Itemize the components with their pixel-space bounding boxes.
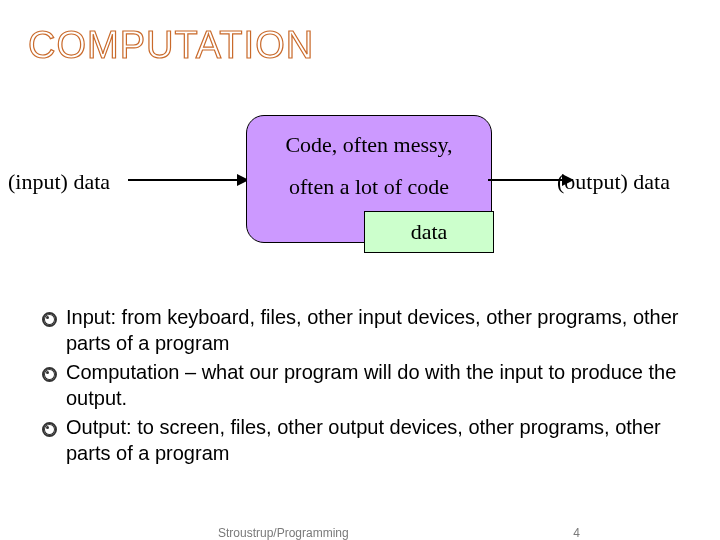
code-box-line1: Code, often messy, — [261, 124, 477, 166]
bullet-list: Input: from keyboard, files, other input… — [28, 305, 692, 467]
list-item: Output: to screen, files, other output d… — [66, 415, 692, 466]
output-data-label: (output) data — [557, 169, 670, 195]
arrow-icon — [128, 179, 248, 181]
footer-credit: Stroustrup/Programming — [218, 526, 349, 540]
page-title: COMPUTATION — [28, 24, 692, 67]
page-number: 4 — [573, 526, 580, 540]
data-box: data — [364, 211, 494, 253]
list-item: Input: from keyboard, files, other input… — [66, 305, 692, 356]
code-box-line2: often a lot of code — [261, 166, 477, 208]
slide: COMPUTATION (input) data Code, often mes… — [0, 0, 720, 540]
input-data-label: (input) data — [8, 169, 110, 195]
list-item: Computation – what our program will do w… — [66, 360, 692, 411]
computation-diagram: (input) data Code, often messy, often a … — [28, 111, 692, 281]
